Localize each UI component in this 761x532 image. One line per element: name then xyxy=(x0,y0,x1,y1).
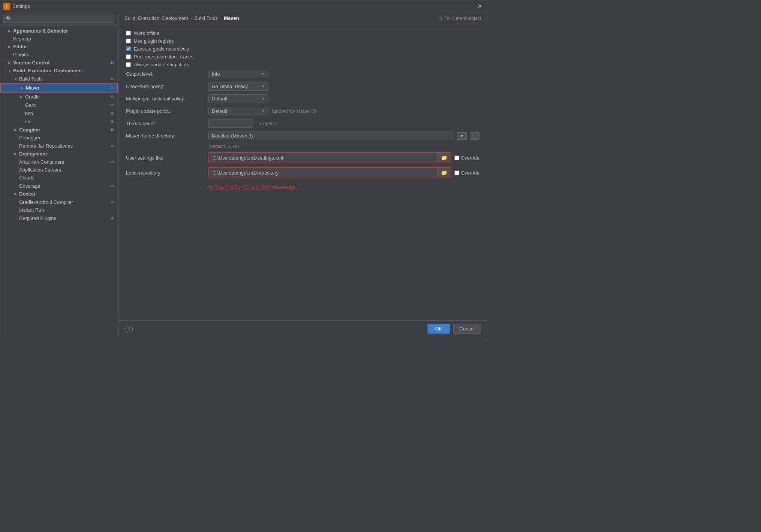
sidebar-item-bsp[interactable]: bsp ⧉ xyxy=(0,109,118,117)
work-offline-checkbox[interactable] xyxy=(126,31,131,36)
checksum-policy-dropdown[interactable]: No Global Policy ▼ xyxy=(208,82,268,91)
sidebar-item-label: Docker xyxy=(19,191,115,197)
checkbox-always-update: Always update snapshots xyxy=(126,62,479,67)
execute-goals-checkbox[interactable] xyxy=(126,46,131,51)
thread-count-row: Thread count: -T option xyxy=(126,119,479,128)
sidebar-item-label: Gant xyxy=(25,102,109,108)
dropdown-arrow-icon: ▼ xyxy=(261,72,265,76)
arrow-icon: ▶ xyxy=(14,128,19,132)
maven-home-control: ▼ … xyxy=(208,132,479,140)
multiproject-fail-dropdown[interactable]: Default ▼ xyxy=(208,94,268,103)
user-settings-input-group: 📁 xyxy=(208,152,451,163)
user-settings-override-checkbox[interactable] xyxy=(454,155,459,160)
app-icon: I xyxy=(3,3,10,10)
sidebar-item-build-tools[interactable]: ▼ Build Tools ⧉ xyxy=(0,75,118,83)
sidebar-item-deployment[interactable]: ▶ Deployment xyxy=(0,150,118,158)
sidebar-item-label: Coverage xyxy=(19,183,109,189)
copy-icon: ⧉ xyxy=(109,76,115,82)
copy-icon: ⧉ xyxy=(109,127,115,133)
multiproject-fail-label: Multiproject build fail policy: xyxy=(126,96,208,102)
sidebar-item-debugger[interactable]: Debugger xyxy=(0,134,118,142)
user-settings-input[interactable] xyxy=(210,154,437,162)
sidebar-item-sbt[interactable]: sbt ⧉ xyxy=(0,117,118,126)
sidebar-item-keymap[interactable]: Keymap xyxy=(0,35,118,43)
sidebar-item-label: Keymap xyxy=(13,36,115,42)
multiproject-fail-row: Multiproject build fail policy: Default … xyxy=(126,94,479,103)
checkbox-use-plugin-registry: Use plugin registry xyxy=(126,38,479,44)
thread-count-input[interactable] xyxy=(208,119,253,128)
ok-button[interactable]: OK xyxy=(427,324,450,334)
maven-home-label: Maven home directory: xyxy=(126,133,208,139)
always-update-checkbox[interactable] xyxy=(126,62,131,67)
arrow-icon: ▼ xyxy=(14,77,19,81)
multiproject-fail-control: Default ▼ xyxy=(208,94,479,103)
sidebar-item-required-plugins[interactable]: Required Plugins ⧉ xyxy=(0,214,118,222)
print-exception-checkbox[interactable] xyxy=(126,54,131,59)
copy-icon: ⧉ xyxy=(109,102,115,108)
for-current-project-label: For current project xyxy=(444,16,481,21)
sidebar-item-label: Remote Jar Repositories xyxy=(19,143,109,149)
sidebar-item-maven[interactable]: ▶ Maven ⧉ xyxy=(0,83,118,93)
bottom-bar: ? OK Cancel xyxy=(118,320,487,337)
sidebar: ▶ Appearance & Behavior Keymap ▶ Editor … xyxy=(0,12,118,337)
sidebar-item-arquillian[interactable]: Arquillian Containers ⧉ xyxy=(0,158,118,166)
maven-home-input[interactable] xyxy=(208,132,454,140)
sidebar-item-label: Debugger xyxy=(19,135,115,140)
arrow-icon: ▶ xyxy=(14,152,19,156)
right-panel: Build, Execution, Deployment › Build Too… xyxy=(118,12,487,337)
print-exception-label: Print exception stack traces xyxy=(134,54,193,60)
execute-goals-label: Execute goals recursively xyxy=(134,46,189,52)
plugin-update-value: Default xyxy=(212,108,227,114)
sidebar-item-gradle-android[interactable]: Gradle-Android Compiler ⧉ xyxy=(0,198,118,206)
sidebar-item-compiler[interactable]: ▶ Compiler ⧉ xyxy=(0,126,118,134)
help-button[interactable]: ? xyxy=(124,325,133,333)
sidebar-item-instant-run[interactable]: Instant Run xyxy=(0,206,118,214)
user-settings-label: User settings file: xyxy=(126,155,208,161)
sidebar-item-application-servers[interactable]: Application Servers xyxy=(0,166,118,174)
sidebar-item-remote-jar[interactable]: Remote Jar Repositories ⧉ xyxy=(0,142,118,150)
breadcrumb-part1: Build, Execution, Deployment xyxy=(124,15,188,21)
sidebar-item-coverage[interactable]: Coverage ⧉ xyxy=(0,182,118,190)
thread-count-label: Thread count: xyxy=(126,121,208,126)
user-settings-override-label: Override xyxy=(461,155,479,161)
output-level-dropdown[interactable]: Info ▼ xyxy=(208,70,268,78)
sidebar-item-build-exec-deploy[interactable]: ▼ Build, Execution, Deployment xyxy=(0,67,118,75)
sidebar-item-label: Clouds xyxy=(19,175,115,181)
sidebar-item-gant[interactable]: Gant ⧉ xyxy=(0,101,118,109)
sidebar-item-gradle[interactable]: ▶ Gradle ⧉ xyxy=(0,93,118,101)
sidebar-item-version-control[interactable]: ▶ Version Control ⧉ xyxy=(0,58,118,67)
sidebar-tree: ▶ Appearance & Behavior Keymap ▶ Editor … xyxy=(0,25,118,337)
arrow-icon: ▶ xyxy=(20,95,25,99)
local-repo-input[interactable] xyxy=(210,169,437,177)
sidebar-item-appearance-behavior[interactable]: ▶ Appearance & Behavior xyxy=(0,27,118,35)
cancel-button[interactable]: Cancel xyxy=(453,324,481,334)
maven-home-browse-btn[interactable]: … xyxy=(470,132,479,140)
local-repo-label: Local repository: xyxy=(126,170,208,176)
sidebar-item-label: Arquillian Containers xyxy=(19,159,109,165)
maven-home-dropdown-btn[interactable]: ▼ xyxy=(457,132,467,140)
arrow-icon: ▶ xyxy=(8,45,13,49)
copy-icon: ⧉ xyxy=(109,60,115,66)
sidebar-item-docker[interactable]: ▶ Docker xyxy=(0,190,118,198)
search-input[interactable] xyxy=(3,15,115,23)
sidebar-item-clouds[interactable]: Clouds xyxy=(0,174,118,182)
sidebar-item-label: Gradle-Android Compiler xyxy=(19,199,109,205)
user-settings-override-group: Override xyxy=(454,155,479,161)
user-settings-row: User settings file: 📁 Override xyxy=(126,152,479,163)
local-repo-override-group: Override xyxy=(454,170,479,176)
plugin-update-dropdown[interactable]: Default ▼ xyxy=(208,107,268,115)
sidebar-item-label: Appearance & Behavior xyxy=(13,28,115,34)
work-offline-label: Work offline xyxy=(134,30,159,36)
sidebar-item-label: Application Servers xyxy=(19,167,115,173)
sidebar-item-label: Compiler xyxy=(19,127,109,133)
user-settings-browse-btn[interactable]: 📁 xyxy=(437,153,450,162)
local-repo-override-checkbox[interactable] xyxy=(454,170,459,175)
sidebar-item-plugins[interactable]: Plugins xyxy=(0,51,118,58)
local-repo-browse-btn[interactable]: 📁 xyxy=(437,168,450,177)
checkbox-execute-goals: Execute goals recursively xyxy=(126,46,479,52)
sidebar-item-editor[interactable]: ▶ Editor xyxy=(0,43,118,51)
sidebar-item-label: Required Plugins xyxy=(19,215,109,221)
plugin-registry-checkbox[interactable] xyxy=(126,39,131,43)
close-button[interactable]: ✕ xyxy=(475,2,484,11)
thread-count-note: -T option xyxy=(257,121,276,126)
